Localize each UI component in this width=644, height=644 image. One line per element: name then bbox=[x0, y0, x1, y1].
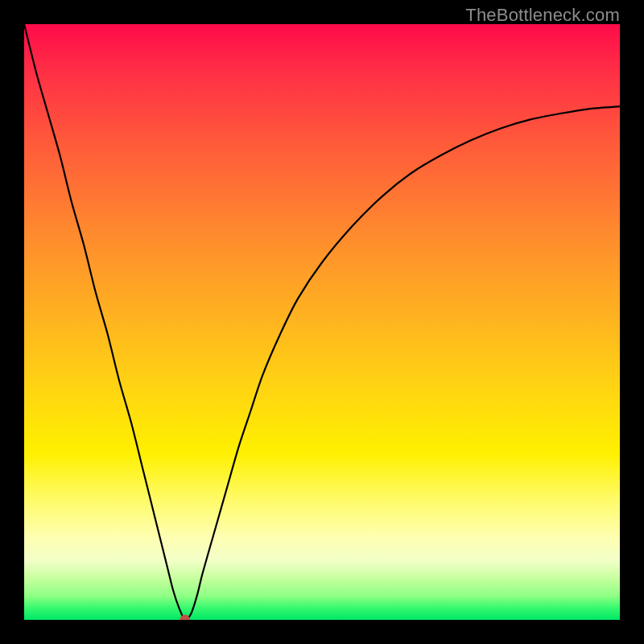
plot-area bbox=[24, 24, 620, 620]
curve-layer bbox=[24, 24, 620, 620]
bottleneck-curve bbox=[24, 24, 620, 620]
watermark-text: TheBottleneck.com bbox=[465, 5, 620, 26]
chart-frame: TheBottleneck.com bbox=[0, 0, 644, 644]
